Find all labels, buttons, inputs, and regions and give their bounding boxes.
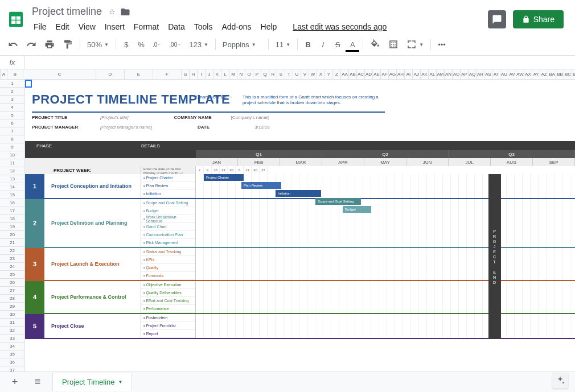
row-header[interactable]: 16	[0, 199, 24, 207]
row-header[interactable]: 3	[0, 96, 24, 104]
column-header[interactable]: AG	[389, 69, 397, 79]
gantt-cells[interactable]	[196, 248, 575, 280]
font-dropdown[interactable]: Poppins▼	[219, 38, 265, 51]
column-header[interactable]: AU	[500, 69, 508, 79]
paint-format-button[interactable]	[59, 37, 76, 52]
column-header[interactable]: Q	[261, 69, 269, 79]
last-edit-link[interactable]: Last edit was seconds ago	[289, 20, 391, 34]
row-header[interactable]: 25	[0, 271, 24, 279]
row-header[interactable]: 11	[0, 159, 24, 167]
column-header[interactable]: P	[253, 69, 261, 79]
row-header[interactable]: 12	[0, 167, 24, 175]
column-header[interactable]: X	[317, 69, 325, 79]
project-title-value[interactable]: [Project's title]	[100, 115, 129, 120]
gantt-cells[interactable]	[196, 314, 575, 338]
star-icon[interactable]: ☆	[109, 7, 116, 16]
menu-edit[interactable]: Edit	[52, 20, 73, 34]
all-sheets-button[interactable]: ≡	[30, 374, 46, 390]
row-header[interactable]: 24	[0, 263, 24, 271]
column-header[interactable]: AM	[437, 69, 445, 79]
bold-button[interactable]: B	[301, 37, 315, 52]
share-button[interactable]: Share	[513, 10, 564, 28]
column-header[interactable]: M	[229, 69, 237, 79]
comments-button[interactable]	[488, 10, 506, 28]
column-header[interactable]: F	[153, 69, 182, 79]
column-header[interactable]: E	[125, 69, 153, 79]
menu-view[interactable]: View	[75, 20, 100, 34]
decrease-decimal-button[interactable]: .0←	[149, 37, 165, 52]
row-header[interactable]: 10	[0, 151, 24, 159]
row-header[interactable]: 36	[0, 358, 24, 366]
row-header[interactable]: 27	[0, 287, 24, 295]
menu-insert[interactable]: Insert	[101, 20, 129, 34]
row-header[interactable]: 26	[0, 279, 24, 287]
column-header[interactable]: AT	[492, 69, 500, 79]
row-header[interactable]: 23	[0, 255, 24, 263]
column-header[interactable]: AO	[453, 69, 461, 79]
column-header[interactable]: AC	[357, 69, 365, 79]
sheets-logo[interactable]	[5, 8, 27, 31]
row-header[interactable]: 6	[0, 119, 24, 127]
redo-button[interactable]	[23, 37, 40, 52]
column-header[interactable]: AN	[445, 69, 453, 79]
column-header[interactable]: AA	[341, 69, 349, 79]
row-header[interactable]: 13	[0, 175, 24, 183]
column-header[interactable]: AI	[405, 69, 413, 79]
row-header[interactable]: 2	[0, 88, 24, 96]
column-header[interactable]: L	[221, 69, 229, 79]
row-header[interactable]: 18	[0, 215, 24, 223]
column-header[interactable]: T	[285, 69, 293, 79]
currency-button[interactable]: $	[120, 37, 133, 52]
zoom-dropdown[interactable]: 50%▼	[84, 38, 112, 51]
row-header[interactable]: 31	[0, 319, 24, 327]
row-header[interactable]: 5	[0, 112, 24, 119]
column-header[interactable]: AW	[516, 69, 524, 79]
row-header[interactable]: 4	[0, 104, 24, 112]
row-header[interactable]: 35	[0, 350, 24, 358]
column-header[interactable]: BC	[564, 69, 572, 79]
fill-color-button[interactable]	[367, 37, 384, 52]
column-header[interactable]: AB	[349, 69, 357, 79]
text-color-button[interactable]: A	[346, 37, 359, 52]
print-button[interactable]	[41, 37, 58, 52]
column-header[interactable]: AF	[381, 69, 389, 79]
italic-button[interactable]: I	[316, 37, 330, 52]
row-header[interactable]: 32	[0, 327, 24, 335]
sheet-tab-active[interactable]: Project Timeline ▼	[52, 373, 132, 391]
column-header[interactable]: AV	[508, 69, 516, 79]
row-header[interactable]: 20	[0, 231, 24, 239]
column-header[interactable]: U	[293, 69, 301, 79]
column-header[interactable]: AR	[477, 69, 484, 79]
row-header[interactable]: 9	[0, 143, 24, 151]
column-header[interactable]: Z	[333, 69, 341, 79]
column-header[interactable]: AH	[397, 69, 405, 79]
column-header[interactable]: I	[198, 69, 206, 79]
company-name-value[interactable]: [Company's name]	[231, 115, 269, 120]
column-header[interactable]: Y	[325, 69, 333, 79]
column-header[interactable]: A	[1, 69, 7, 79]
column-header[interactable]: BA	[548, 69, 556, 79]
column-header[interactable]: B	[7, 69, 23, 79]
column-header[interactable]: J	[206, 69, 213, 79]
font-size-dropdown[interactable]: 11▼	[272, 38, 294, 51]
column-header[interactable]: O	[245, 69, 253, 79]
project-manager-value[interactable]: [Project Manager's name]	[100, 125, 152, 130]
formula-input[interactable]	[25, 56, 575, 69]
gantt-cells[interactable]	[196, 174, 575, 198]
column-header[interactable]: G	[182, 69, 190, 79]
column-header[interactable]: AZ	[540, 69, 548, 79]
menu-help[interactable]: Help	[257, 20, 281, 34]
menu-data[interactable]: Data	[164, 20, 189, 34]
row-header[interactable]: 21	[0, 239, 24, 247]
increase-decimal-button[interactable]: .00→	[166, 37, 184, 52]
row-header[interactable]: 7	[0, 127, 24, 135]
menu-format[interactable]: Format	[130, 20, 163, 34]
percent-button[interactable]: %	[134, 37, 148, 52]
menu-file[interactable]: File	[30, 20, 51, 34]
column-header[interactable]: N	[237, 69, 245, 79]
column-header[interactable]: AX	[524, 69, 532, 79]
column-header[interactable]: BB	[556, 69, 564, 79]
column-header[interactable]: AS	[484, 69, 492, 79]
column-header[interactable]: W	[309, 69, 317, 79]
sheet-grid[interactable]: PROJECT TIMELINE TEMPLATE Smartsheet Tip…	[25, 80, 575, 377]
